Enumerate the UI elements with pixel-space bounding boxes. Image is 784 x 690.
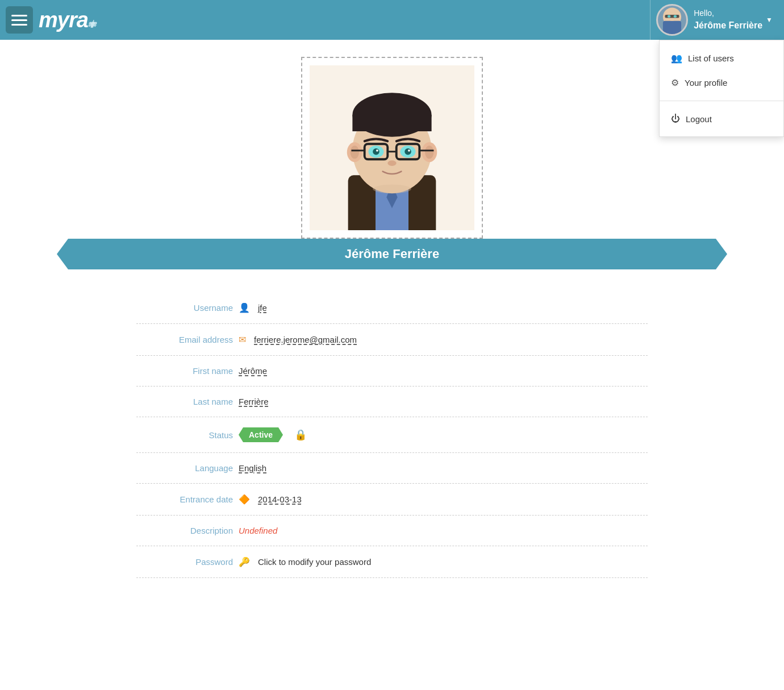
list-users-label: List of users xyxy=(688,53,734,63)
label-language: Language xyxy=(142,463,233,473)
svg-point-25 xyxy=(373,148,380,155)
header-left: myra🕷 xyxy=(6,6,95,34)
your-profile-label: Your profile xyxy=(685,78,727,88)
label-password: Password xyxy=(142,557,233,567)
label-status: Status xyxy=(142,430,233,440)
svg-point-16 xyxy=(351,146,359,159)
name-banner: Jérôme Ferrière xyxy=(57,239,727,269)
avatar-image xyxy=(658,4,686,36)
user-menu-trigger[interactable]: Hello, Jérôme Ferrière ▼ xyxy=(650,0,778,40)
menu-section-main: 👥 List of users ⚙ Your profile xyxy=(660,40,783,101)
svg-rect-1 xyxy=(663,21,681,34)
label-email: Email address xyxy=(142,335,233,344)
logout-label: Logout xyxy=(686,114,712,124)
svg-point-27 xyxy=(376,149,378,152)
label-lastname: Last name xyxy=(142,397,233,406)
dropdown-arrow-icon: ▼ xyxy=(766,16,773,24)
logo-subtitle: 🕷 xyxy=(88,20,95,29)
field-row-language: Language English xyxy=(136,453,648,484)
svg-point-4 xyxy=(668,15,670,18)
menu-item-your-profile[interactable]: ⚙ Your profile xyxy=(660,70,783,95)
key-icon: 🔑 xyxy=(239,556,250,567)
field-row-username: Username 👤 jfe xyxy=(136,292,648,324)
main-content: Jérôme Ferrière Username 👤 jfe Email add… xyxy=(0,40,784,690)
value-lastname: Ferrière xyxy=(239,397,269,406)
user-icon: 👤 xyxy=(239,302,250,313)
user-display-name: Jérôme Ferrière xyxy=(694,19,762,32)
field-row-email: Email address ✉ ferriere.jerome@gmail.co… xyxy=(136,324,648,356)
hello-text: Hello, Jérôme Ferrière xyxy=(694,8,766,32)
hamburger-line-1 xyxy=(11,15,27,16)
value-entrance-date: 2014-03-13 xyxy=(258,494,302,504)
hamburger-line-2 xyxy=(11,19,27,21)
profile-photo-container xyxy=(11,57,773,239)
status-badge: Active xyxy=(239,427,283,442)
logout-icon: ⏻ xyxy=(671,114,680,124)
label-entrance-date: Entrance date xyxy=(142,494,233,504)
lock-icon: 🔒 xyxy=(294,429,307,441)
field-row-firstname: First name Jérôme xyxy=(136,356,648,386)
svg-point-30 xyxy=(373,185,411,193)
hamburger-menu[interactable] xyxy=(6,6,33,34)
email-icon: ✉ xyxy=(239,334,246,345)
label-description: Description xyxy=(142,526,233,535)
svg-point-28 xyxy=(408,149,410,152)
label-firstname: First name xyxy=(142,366,233,376)
profile-avatar-svg xyxy=(310,65,474,230)
field-row-password: Password 🔑 Click to modify your password xyxy=(136,546,648,578)
menu-item-logout[interactable]: ⏻ Logout xyxy=(660,107,783,131)
svg-rect-3 xyxy=(665,15,679,18)
value-firstname: Jérôme xyxy=(239,366,267,376)
value-username: jfe xyxy=(258,303,267,313)
profile-photo-box xyxy=(301,57,483,239)
svg-point-5 xyxy=(674,15,677,18)
field-row-entrance-date: Entrance date 🔶 2014-03-13 xyxy=(136,484,648,516)
field-row-lastname: Last name Ferrière xyxy=(136,386,648,417)
hello-greeting: Hello, xyxy=(694,8,762,19)
svg-point-17 xyxy=(425,146,433,159)
logo: myra🕷 xyxy=(39,8,95,32)
header: myra🕷 Hello, Jérôme Ferrière ▼ 👥 List xyxy=(0,0,784,40)
user-dropdown-menu: 👥 List of users ⚙ Your profile ⏻ Logout xyxy=(659,40,784,137)
menu-item-list-users[interactable]: 👥 List of users xyxy=(660,46,783,70)
label-username: Username xyxy=(142,303,233,313)
profile-fields: Username 👤 jfe Email address ✉ ferriere.… xyxy=(136,292,648,578)
menu-section-logout: ⏻ Logout xyxy=(660,101,783,136)
svg-point-29 xyxy=(387,160,396,166)
field-row-status: Status Active 🔒 xyxy=(136,417,648,453)
change-password-link[interactable]: Click to modify your password xyxy=(258,557,371,567)
field-row-description: Description Undefined xyxy=(136,516,648,546)
value-email: ferriere.jerome@gmail.com xyxy=(254,335,357,344)
calendar-icon: 🔶 xyxy=(239,494,250,505)
your-profile-icon: ⚙ xyxy=(671,77,679,88)
svg-point-26 xyxy=(404,148,411,155)
list-users-icon: 👥 xyxy=(671,53,682,64)
svg-rect-13 xyxy=(352,115,431,131)
value-description: Undefined xyxy=(239,526,277,535)
value-language: English xyxy=(239,463,266,473)
avatar xyxy=(656,4,688,36)
hamburger-line-3 xyxy=(11,24,27,26)
